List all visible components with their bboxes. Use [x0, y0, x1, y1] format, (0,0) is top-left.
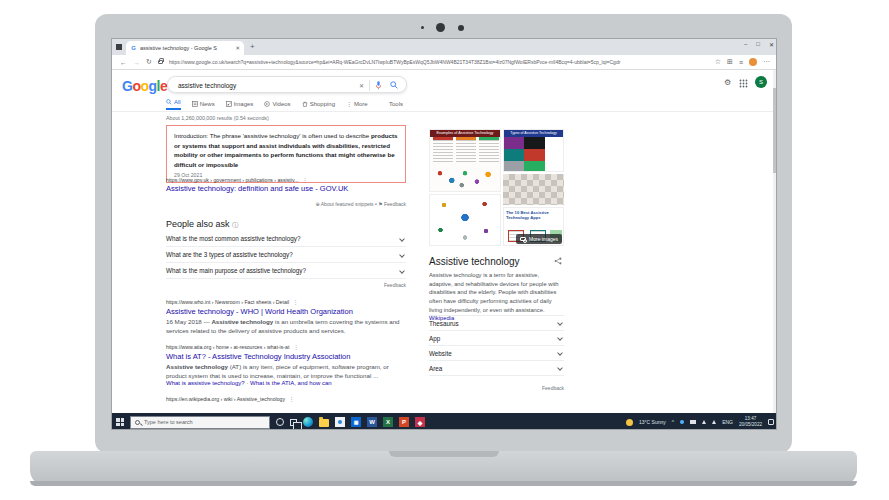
snippet-intro: Introduction: The phrase 'assistive tech…: [174, 132, 371, 139]
word-icon[interactable]: W: [367, 417, 377, 427]
notification-center-icon[interactable]: [768, 419, 774, 425]
webcam-icon: [436, 23, 445, 32]
weather-sun-icon[interactable]: [626, 419, 633, 426]
paa-question[interactable]: What is the most common assistive techno…: [166, 231, 406, 247]
settings-gear-icon[interactable]: ⚙: [724, 78, 731, 87]
taskbar-search-input[interactable]: Type here to search: [130, 416, 270, 429]
result-snippet: 16 May 2018 — Assistive technology is an…: [166, 317, 406, 336]
more-vert-icon[interactable]: ⋮: [289, 396, 294, 402]
page-content: Google assistive technology ✕ ⚙ S All Ne…: [112, 70, 777, 413]
more-vert-icon[interactable]: ⋮: [293, 344, 298, 350]
collage-image-grid[interactable]: [503, 174, 564, 205]
browser-tab[interactable]: G assistive technology - Google S ✕: [126, 41, 244, 55]
back-icon[interactable]: ←: [120, 59, 127, 66]
kp-section-area[interactable]: Area: [429, 360, 564, 375]
tab-images[interactable]: Images: [226, 101, 254, 110]
search-tabs: All News Images Videos Shopping ⋮More: [166, 99, 368, 110]
start-button-icon[interactable]: [116, 418, 124, 426]
photos-icon[interactable]: [335, 417, 345, 427]
about-featured-snippets-link[interactable]: About featured snippets: [321, 201, 374, 207]
knowledge-panel-images[interactable]: Examples of Assistive Technology Types o…: [429, 129, 564, 246]
poster-column: [433, 140, 453, 162]
new-tab-button[interactable]: +: [250, 42, 255, 51]
minimize-button[interactable]: –: [744, 41, 747, 48]
laptop-base-notch: [389, 451, 499, 457]
more-vert-icon[interactable]: ⋮: [302, 177, 307, 183]
google-account-avatar[interactable]: S: [755, 76, 767, 88]
tools-button[interactable]: Tools: [389, 101, 403, 107]
tab-all-label: All: [174, 99, 181, 105]
feedback-link[interactable]: Feedback: [384, 201, 406, 207]
tab-all[interactable]: All: [166, 99, 181, 110]
sitelink[interactable]: What is assistive technology?: [166, 380, 245, 386]
chevron-down-icon: [399, 236, 405, 242]
close-button[interactable]: ✕: [769, 41, 774, 48]
result-title-link[interactable]: Assistive technology: definition and saf…: [166, 184, 348, 193]
chevron-down-icon: [557, 335, 563, 341]
weather-widget[interactable]: 13°C Sunny: [639, 419, 666, 425]
cortana-icon[interactable]: [276, 418, 284, 426]
search-icon[interactable]: [390, 81, 398, 89]
collage-image-types[interactable]: Types of Assistive Technology: [503, 129, 564, 172]
paa-question[interactable]: What are the 3 types of assistive techno…: [166, 247, 406, 263]
kp-section-app[interactable]: App: [429, 330, 564, 345]
tab-manager-icon[interactable]: [116, 44, 122, 50]
result-title-link[interactable]: Assistive technology - WHO | World Healt…: [166, 307, 353, 316]
forward-icon[interactable]: →: [133, 59, 140, 66]
battery-icon[interactable]: [690, 420, 696, 424]
microsoft-store-icon[interactable]: ▦: [351, 417, 361, 427]
logo-letter: G: [122, 78, 132, 94]
paa-question[interactable]: What is the main purpose of assistive te…: [166, 263, 406, 279]
refresh-icon[interactable]: ↻: [146, 58, 152, 66]
profile-avatar[interactable]: [749, 58, 757, 66]
clear-search-icon[interactable]: ✕: [359, 82, 364, 89]
file-explorer-icon[interactable]: [319, 419, 329, 427]
mic-icon[interactable]: [375, 81, 382, 90]
powerpoint-icon[interactable]: P: [399, 417, 409, 427]
sitelink[interactable]: What is the ATIA, and how can: [250, 380, 332, 386]
volume-icon[interactable]: [702, 420, 706, 424]
edge-icon[interactable]: [303, 417, 313, 427]
lock-icon: [158, 60, 163, 64]
url-field[interactable]: https://www.google.co.uk/search?q=assist…: [169, 59, 709, 65]
tray-expand-caret[interactable]: ^: [672, 419, 674, 425]
tab-shopping[interactable]: Shopping: [302, 101, 335, 110]
more-vert-icon[interactable]: ⋮: [293, 299, 298, 305]
collage-image-examples[interactable]: Examples of Assistive Technology: [429, 129, 501, 192]
task-view-icon[interactable]: [290, 419, 297, 426]
info-icon[interactable]: ⓘ: [232, 222, 238, 228]
tab-videos[interactable]: Videos: [264, 101, 290, 110]
collage-image-diagram[interactable]: [429, 194, 501, 246]
chevron-down-icon: [557, 350, 563, 356]
language-indicator[interactable]: ENG: [722, 419, 733, 425]
maximize-button[interactable]: □: [756, 41, 760, 48]
favorites-star-icon[interactable]: ☆: [715, 58, 721, 66]
network-icon[interactable]: [712, 420, 716, 424]
kp-description-text: Assistive technology is a term for assis…: [429, 272, 559, 313]
collections-icon[interactable]: ⊞: [727, 58, 733, 66]
kp-section-thesaurus[interactable]: Thesaurus: [429, 315, 564, 330]
collage-label: Examples of Assistive Technology: [430, 130, 500, 137]
kp-section-label: Area: [429, 365, 442, 372]
bluetooth-icon[interactable]: [680, 420, 684, 424]
result-title-link[interactable]: What is AT? - Assistive Technology Indus…: [166, 352, 350, 361]
tab-more[interactable]: ⋮More: [346, 100, 368, 110]
scrollbar-thumb[interactable]: [773, 88, 777, 173]
paa-feedback-link[interactable]: Feedback: [166, 282, 406, 288]
tab-news[interactable]: News: [192, 101, 215, 110]
apps-grid-icon[interactable]: [739, 79, 748, 88]
tab-close-icon[interactable]: ✕: [235, 45, 240, 51]
more-images-button[interactable]: More images: [516, 234, 562, 244]
kp-feedback-link[interactable]: Feedback: [429, 385, 564, 391]
search-input[interactable]: assistive technology ✕: [167, 76, 407, 93]
menu-lines-icon[interactable]: ≡: [739, 59, 743, 66]
browser-more-icon[interactable]: ⋯: [763, 58, 770, 66]
share-icon[interactable]: [554, 257, 562, 265]
red-app-icon[interactable]: ◆: [415, 417, 425, 427]
taskbar-clock[interactable]: 13:47 20/05/2022: [739, 416, 762, 427]
chevron-down-icon: [399, 268, 405, 274]
result-url-text: https://www.gov.uk › government › public…: [166, 177, 298, 183]
google-logo[interactable]: Google: [122, 78, 167, 94]
kp-section-website[interactable]: Website: [429, 345, 564, 360]
excel-icon[interactable]: X: [383, 417, 393, 427]
